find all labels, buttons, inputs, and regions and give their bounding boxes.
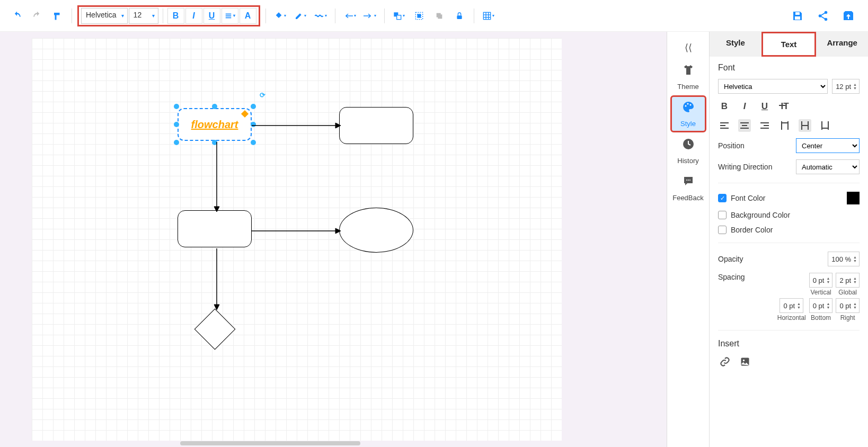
lock-button[interactable] [450, 7, 468, 25]
align-center-button[interactable] [738, 119, 751, 132]
valign-bottom-button[interactable] [819, 119, 831, 132]
font-color-label: Font Color [731, 194, 765, 202]
sidenav-label: Style [680, 120, 696, 128]
panel-italic-button[interactable]: I [738, 100, 751, 113]
tab-text[interactable]: Text [761, 32, 817, 57]
table-button[interactable] [480, 7, 498, 25]
svg-rect-16 [795, 12, 800, 15]
svg-point-54 [743, 360, 745, 361]
horizontal-scrollbar[interactable] [180, 441, 360, 445]
font-size-select[interactable]: 12 [129, 8, 158, 24]
font-family-select[interactable]: Helvetica [81, 8, 128, 24]
sidenav-style[interactable]: Style [670, 95, 706, 132]
svg-point-29 [687, 103, 688, 104]
font-color-checkbox[interactable]: ✓ [718, 194, 727, 202]
palette-icon [682, 101, 695, 117]
tab-style[interactable]: Style [710, 32, 761, 57]
panel-underline-button[interactable]: U [758, 100, 771, 113]
sidenav-history[interactable]: History [670, 132, 706, 169]
bg-color-checkbox[interactable] [718, 211, 727, 219]
spacing-vertical-label: Vertical [810, 289, 831, 296]
select-all-button[interactable] [410, 7, 428, 25]
position-label: Position [718, 141, 745, 150]
panel-bold-button[interactable]: B [718, 100, 731, 113]
arrow-start-button[interactable] [341, 7, 359, 25]
diagram-canvas[interactable]: flowchart ⟳ [32, 38, 562, 441]
svg-marker-21 [335, 123, 341, 128]
sidenav-feedback[interactable]: FeedBack [670, 169, 706, 207]
arrow-2[interactable] [212, 142, 221, 213]
line-style-button[interactable] [312, 7, 330, 25]
valign-middle-button[interactable] [799, 119, 811, 132]
svg-point-30 [689, 104, 691, 105]
spacing-right-input[interactable]: 0 pt▲▼ [836, 298, 860, 313]
spacing-bottom-input[interactable]: 0 pt▲▼ [809, 298, 833, 313]
shirt-icon [682, 64, 695, 79]
main-toolbar: Helvetica 12 B I U A [0, 0, 868, 32]
redo-button[interactable] [28, 7, 46, 25]
sidenav-theme[interactable]: Theme [670, 58, 706, 95]
node-rect-3[interactable] [178, 210, 252, 247]
valign-top-button[interactable] [778, 119, 791, 132]
svg-marker-23 [214, 207, 219, 212]
upload-button[interactable] [837, 4, 860, 28]
separator [72, 8, 72, 23]
align-left-button[interactable] [718, 119, 731, 132]
spacing-bottom-label: Bottom [811, 314, 831, 321]
svg-marker-25 [335, 228, 341, 234]
side-navigation: ⟨⟨ Theme Style History FeedBack [667, 32, 709, 447]
resize-handle[interactable] [174, 104, 179, 109]
copy-button[interactable] [430, 7, 448, 25]
fill-color-button[interactable] [271, 7, 289, 25]
collapse-panel-button[interactable]: ⟨⟨ [667, 37, 709, 58]
font-color-swatch[interactable] [847, 192, 860, 204]
svg-point-34 [689, 180, 690, 181]
panel-strikethrough-button[interactable]: IT [778, 100, 791, 113]
resize-handle[interactable] [212, 104, 217, 109]
arrow-end-button[interactable] [361, 7, 379, 25]
svg-point-32 [686, 180, 687, 181]
save-button[interactable] [786, 4, 809, 28]
arrow-3[interactable] [252, 227, 342, 235]
position-select[interactable]: Center [796, 138, 860, 153]
arrow-4[interactable] [212, 248, 221, 311]
node-rect-2[interactable] [339, 107, 413, 144]
rotate-handle[interactable]: ⟳ [260, 91, 267, 99]
arrow-1[interactable] [252, 121, 342, 130]
divider [718, 330, 860, 330]
node-ellipse[interactable] [339, 208, 413, 253]
border-color-checkbox[interactable] [718, 226, 727, 234]
format-painter-button[interactable] [48, 7, 66, 25]
tab-arrange[interactable]: Arrange [816, 32, 868, 57]
writing-direction-select[interactable]: Automatic [796, 159, 860, 174]
align-right-button[interactable] [758, 119, 771, 132]
bold-button[interactable]: B [167, 8, 184, 24]
opacity-label: Opacity [718, 255, 743, 263]
opacity-input[interactable]: 100 %▲▼ [828, 252, 860, 266]
resize-handle[interactable] [174, 122, 179, 127]
arrange-button[interactable] [390, 7, 408, 25]
connector-diamond-icon[interactable] [241, 110, 249, 118]
svg-rect-9 [457, 15, 462, 19]
insert-image-button[interactable] [738, 355, 752, 369]
node-diamond[interactable] [194, 309, 236, 350]
undo-button[interactable] [8, 7, 26, 25]
panel-font-family-select[interactable]: Helvetica [718, 79, 828, 94]
insert-link-button[interactable] [718, 355, 732, 369]
align-button[interactable] [222, 8, 238, 24]
bg-color-label: Background Color [731, 211, 790, 219]
italic-button[interactable]: I [185, 8, 202, 24]
share-button[interactable] [811, 4, 835, 28]
underline-button[interactable]: U [203, 8, 220, 24]
resize-handle[interactable] [174, 140, 179, 145]
resize-handle[interactable] [251, 140, 256, 145]
font-color-button[interactable]: A [240, 8, 256, 24]
node-flowchart-selected[interactable]: flowchart [178, 108, 252, 141]
sidenav-label: History [677, 157, 698, 165]
stroke-color-button[interactable] [291, 7, 309, 25]
spacing-horizontal-input[interactable]: 0 pt▲▼ [780, 298, 803, 313]
resize-handle[interactable] [251, 104, 256, 109]
spacing-global-input[interactable]: 2 pt▲▼ [836, 273, 860, 288]
spacing-vertical-input[interactable]: 0 pt▲▼ [809, 273, 833, 288]
panel-font-size-input[interactable]: 12 pt▲▼ [832, 79, 860, 94]
